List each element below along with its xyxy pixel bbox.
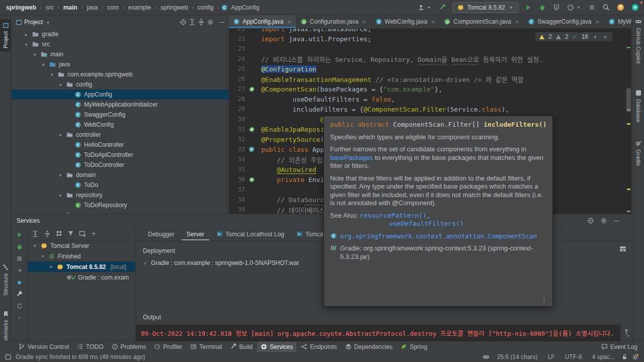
editor-tab[interactable]: CWebConfig.java×	[371, 15, 440, 28]
project-tree-item[interactable]: CHelloController	[12, 140, 229, 150]
spring-bean-icon[interactable]	[249, 86, 255, 92]
chevron-down-icon[interactable]: ▾	[40, 62, 46, 67]
coverage-button[interactable]	[552, 3, 561, 12]
project-tree-item[interactable]: ▾domain	[12, 170, 229, 180]
project-tree-item[interactable]: ▾controller	[12, 130, 229, 140]
tool-tab-services[interactable]: Services	[257, 342, 296, 352]
project-tree-item[interactable]: CToDo	[12, 180, 229, 190]
chevron-down-icon[interactable]: ▾	[32, 52, 38, 57]
more-chevrons-icon[interactable]: »	[18, 315, 21, 320]
breadcrumb-item[interactable]: example	[126, 4, 153, 12]
tool-tab-build[interactable]: Build	[227, 342, 257, 352]
chevron-down-icon[interactable]: ▾	[57, 193, 63, 198]
tool-tab-profiler[interactable]: Profiler	[150, 342, 186, 352]
services-tree-item[interactable]: ▾Finished	[28, 251, 135, 261]
services-tab[interactable]: Tomcat Localhost Log	[211, 228, 289, 240]
run-button[interactable]	[524, 3, 533, 12]
editor-tab[interactable]: CAppConfig.java×	[229, 15, 296, 28]
spring-class-icon[interactable]	[249, 146, 255, 152]
project-tree-item[interactable]: ▾java	[12, 59, 229, 69]
code-line[interactable]: 23	[229, 44, 631, 54]
run-configuration-select[interactable]: Tomcat 8.5.82 ▾	[452, 2, 519, 13]
chevron-down-icon[interactable]: ▾	[57, 82, 63, 87]
tool-tab-terminal[interactable]: Terminal	[187, 342, 225, 352]
services-tree-item[interactable]: ▾Tomcat 8.5.82[local]	[28, 261, 135, 272]
code-line[interactable]: 25@Configuration	[229, 64, 631, 74]
editor-tab[interactable]: @ComponentScan.java×	[440, 15, 524, 28]
breadcrumb-item[interactable]: AppConfig	[229, 4, 261, 12]
services-tree-item[interactable]: Gradle : com.exam	[28, 272, 135, 283]
output-console[interactable]: 09-Oct-2022 14:19:42.018 정보 [main] org.a…	[136, 325, 620, 341]
tool-tab-structure[interactable]: Structure	[0, 264, 11, 296]
stop-button[interactable]	[588, 3, 596, 12]
base-packages-link[interactable]: basePackages	[330, 154, 373, 161]
close-icon[interactable]: ×	[287, 19, 291, 25]
tool-tab-dependencies[interactable]: Dependencies	[342, 342, 396, 352]
group-by-icon[interactable]	[56, 230, 62, 237]
editor-tab[interactable]: CMyWebApplic×	[604, 15, 631, 28]
project-tree-item[interactable]: ▾main	[12, 49, 229, 59]
tool-tab-database[interactable]: Database	[632, 89, 644, 123]
code-line[interactable]: 26@EnableTransactionManagement // <tx:an…	[229, 74, 631, 84]
locate-icon[interactable]	[587, 217, 594, 224]
code-line[interactable]: 27@ComponentScan(basePackages = {"com.ex…	[229, 84, 631, 94]
add-icon[interactable]: +	[91, 230, 97, 237]
run-icon[interactable]	[16, 231, 23, 238]
locate-icon[interactable]	[180, 19, 187, 26]
copilot-status-icon[interactable]	[482, 353, 490, 360]
popup-more-icon[interactable]: ⋮	[541, 296, 547, 305]
chevron-down-icon[interactable]: ▾	[40, 253, 46, 259]
close-icon[interactable]: ×	[515, 19, 519, 25]
breadcrumb-item[interactable]: src	[44, 4, 56, 12]
resource-pattern-link[interactable]: resourcePattern(),	[360, 212, 464, 220]
settings-wrench-icon[interactable]	[16, 291, 23, 298]
project-tree-item[interactable]: ▾repository	[12, 190, 229, 200]
collapse-all-icon[interactable]	[44, 230, 51, 237]
project-tree-item[interactable]: CSwaggerConfig	[12, 110, 229, 120]
close-icon[interactable]: ×	[431, 19, 435, 25]
tool-tab-github-copilot[interactable]: GitHub Copilot	[632, 18, 644, 64]
tool-tab-spring[interactable]: Spring	[397, 342, 431, 352]
debug-button[interactable]	[538, 3, 547, 12]
filter-icon[interactable]	[67, 230, 74, 237]
error-stripe[interactable]	[625, 29, 631, 214]
chevron-down-icon[interactable]: ▾	[49, 72, 55, 77]
collapse-all-icon[interactable]	[198, 19, 205, 26]
gear-icon[interactable]	[600, 217, 607, 224]
chevron-right-icon[interactable]: ▸	[23, 32, 29, 37]
spring-bean-icon[interactable]	[249, 177, 255, 183]
debug-icon[interactable]	[16, 243, 23, 250]
hide-panel-icon[interactable]: —	[613, 217, 619, 224]
project-tree-item[interactable]: CAppConfig	[12, 89, 229, 100]
user-icon[interactable]: ▾	[417, 3, 433, 12]
project-tree-item[interactable]: ▸gradle	[12, 29, 229, 39]
chevron-down-icon[interactable]: ▾	[57, 172, 63, 178]
services-tab[interactable]: Server	[182, 228, 209, 240]
gear-icon[interactable]	[207, 19, 214, 26]
tool-tab-gradle[interactable]: Gradle	[632, 140, 644, 166]
expand-all-icon[interactable]	[189, 19, 196, 26]
project-tree-item[interactable]: ▾config	[12, 79, 229, 89]
breadcrumb-item[interactable]: java	[85, 4, 100, 12]
project-tree-item[interactable]: CMyWebApplicationInitializer	[12, 100, 229, 110]
hide-panel-icon[interactable]: —	[219, 19, 225, 26]
stop-icon[interactable]	[16, 255, 23, 262]
code-line[interactable]: 24// 비지니스를 처리하는 Service, Repository, Dom…	[229, 54, 631, 64]
profiler-button[interactable]: ▾	[566, 3, 583, 12]
more-chevrons-icon[interactable]: »	[626, 332, 630, 339]
update-button[interactable]	[616, 3, 625, 12]
tool-tab-endpoints[interactable]: Endpoints	[297, 342, 340, 352]
tool-tab-problems[interactable]: Problems	[108, 342, 150, 352]
deploy-icon[interactable]: ◆	[17, 279, 21, 286]
chevron-down-icon[interactable]: ▾	[23, 42, 29, 47]
services-tab[interactable]: Debugger	[143, 228, 180, 240]
search-everywhere-button[interactable]	[601, 3, 611, 12]
editor-tab[interactable]: CSwaggerConfig.java×	[524, 15, 604, 28]
breadcrumb-item[interactable]: com	[105, 4, 121, 12]
breadcrumb-item[interactable]: config	[195, 4, 215, 12]
project-tree-item[interactable]: CToDoApiController	[12, 150, 229, 160]
gear-icon[interactable]	[632, 353, 639, 360]
services-tree-item[interactable]: ▾Tomcat Server	[28, 240, 135, 251]
indent-selector[interactable]: 4 spac...	[589, 353, 618, 360]
project-tree-item[interactable]: ▾src	[12, 39, 229, 49]
